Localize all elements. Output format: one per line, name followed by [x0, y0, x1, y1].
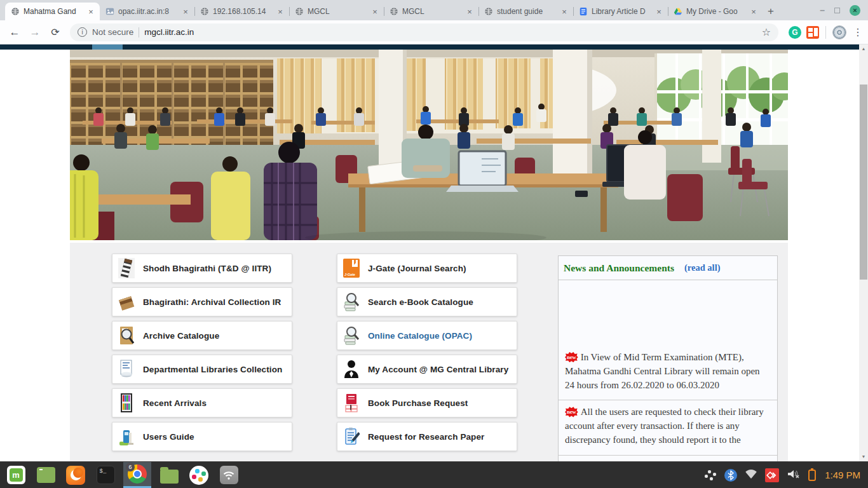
taskbar-clock[interactable]: 1:49 PM: [825, 470, 860, 480]
link-archive-catalogue[interactable]: Archive Catalogue: [112, 321, 292, 350]
security-label: Not secure: [92, 27, 133, 37]
news-panel: News and Announcements (read all) newIn …: [558, 255, 778, 461]
link-departmental-libraries[interactable]: Departmental Libraries Collection: [112, 355, 292, 384]
address-bar[interactable]: i Not secure mgcl.iitr.ac.in ☆: [70, 24, 778, 41]
link-search-ebook-catalogue[interactable]: Search e-Book Catalogue: [337, 287, 517, 316]
nav-active-highlight: [92, 44, 123, 50]
news-text: In View of Mid Term Examination (MTE), M…: [565, 352, 760, 390]
tab-strip: Mahatma Gand × opac.iitr.ac.in:8 × 192.1…: [0, 0, 868, 20]
terminal-icon: $_: [97, 466, 115, 484]
reload-button[interactable]: ⟳: [46, 26, 65, 38]
tab-close-icon[interactable]: ×: [276, 7, 285, 17]
mint-menu-button[interactable]: m: [4, 462, 28, 488]
chrome-launcher-active[interactable]: 6: [123, 462, 151, 488]
bluetooth-icon[interactable]: [724, 469, 737, 482]
folder-icon: [160, 470, 179, 484]
link-users-guide[interactable]: Users Guide: [112, 422, 292, 451]
link-label: Online Catalogue (OPAC): [368, 331, 472, 341]
google-drive-icon: [674, 7, 682, 16]
book-search-icon: [343, 325, 360, 346]
link-recent-arrivals[interactable]: Recent Arrivals: [112, 388, 292, 417]
user-icon: [343, 359, 360, 379]
link-my-account[interactable]: My Account @ MG Central Library: [337, 355, 517, 384]
maximize-button[interactable]: [834, 8, 840, 13]
tab-opac[interactable]: opac.iitr.ac.in:8 ×: [100, 3, 194, 20]
archive-box-icon: [118, 292, 135, 312]
bookshelf-icon: [118, 393, 135, 413]
tab-student-guide[interactable]: student guide ×: [478, 3, 573, 20]
terminal-launcher[interactable]: $_: [93, 462, 118, 488]
tab-ip-address[interactable]: 192.168.105.14 ×: [194, 3, 289, 20]
link-label: Book Purchase Request: [368, 398, 468, 408]
globe-icon: [484, 7, 493, 16]
url-text: mgcl.iitr.ac.in: [144, 27, 194, 37]
globe-icon: [11, 7, 20, 16]
scroll-down-arrow[interactable]: ▼: [859, 452, 868, 461]
extension-icon[interactable]: [806, 26, 819, 39]
tab-title: MGCL: [402, 7, 461, 16]
network-settings-launcher[interactable]: [217, 462, 241, 488]
battery-icon[interactable]: [808, 470, 816, 481]
tab-title: My Drive - Goo: [686, 7, 745, 16]
news-title: News and Announcements: [564, 262, 674, 274]
site-nav-bottom-edge: [0, 44, 859, 50]
minimize-button[interactable]: –: [820, 7, 825, 13]
tab-title: Library Article D: [592, 7, 651, 16]
files-launcher[interactable]: [157, 462, 181, 488]
slack-launcher[interactable]: [187, 462, 211, 488]
tab-close-icon[interactable]: ×: [370, 7, 379, 17]
image-icon: [105, 7, 114, 16]
omnibox-divider: [139, 27, 139, 37]
tab-library-article[interactable]: Library Article D ×: [573, 3, 668, 20]
link-bhagirathi-archival[interactable]: Bhagirathi: Archival Collection IR: [112, 287, 292, 316]
wifi-tray-icon[interactable]: [745, 469, 757, 482]
tab-close-icon[interactable]: ×: [86, 7, 95, 17]
tab-close-icon[interactable]: ×: [181, 7, 190, 17]
link-online-catalogue-opac[interactable]: Online Catalogue (OPAC): [337, 321, 517, 350]
show-desktop-button[interactable]: [34, 462, 58, 488]
quicklinks-left-column: Shodh Bhagirathi (T&D @ IITR) Bhagirathi…: [112, 254, 292, 456]
thesis-stack-icon: [118, 258, 135, 278]
clipboard-pen-icon: [343, 426, 360, 447]
tab-mahatma-gandhi-library[interactable]: Mahatma Gand ×: [5, 3, 100, 20]
new-tab-button[interactable]: +: [763, 3, 779, 20]
wifi-app-icon: [220, 466, 238, 484]
scrollbar-thumb[interactable]: [860, 85, 867, 280]
browser-menu-icon[interactable]: ⋮: [853, 26, 863, 38]
bookmark-star-icon[interactable]: ☆: [762, 26, 771, 38]
scroll-up-arrow[interactable]: ▲: [859, 44, 868, 53]
news-item: newAll the users are requested to check …: [559, 400, 777, 455]
window-controls: – ×: [812, 0, 868, 20]
tab-my-drive[interactable]: My Drive - Goo ×: [668, 3, 763, 20]
link-book-purchase-request[interactable]: Book Purchase Request: [337, 388, 517, 417]
link-shodh-bhagirathi[interactable]: Shodh Bhagirathi (T&D @ IITR): [112, 254, 292, 283]
news-text: All the users are requested to check the…: [565, 407, 764, 445]
forward-button[interactable]: →: [25, 26, 44, 39]
grammarly-extension-icon[interactable]: G: [789, 26, 801, 39]
site-info-icon[interactable]: i: [78, 27, 87, 37]
book-search-icon: [343, 292, 360, 312]
link-jgate[interactable]: J-Gate J-Gate (Journal Search): [337, 254, 517, 283]
slack-tray-icon[interactable]: [704, 469, 717, 482]
link-request-research-paper[interactable]: Request for Research Paper: [337, 422, 517, 451]
news-header: News and Announcements (read all): [559, 256, 777, 280]
tab-close-icon[interactable]: ×: [654, 7, 663, 17]
read-all-link[interactable]: (read all): [684, 262, 721, 273]
quicklinks-middle-column: J-Gate J-Gate (Journal Search) Search e-…: [337, 254, 517, 456]
new-badge: new: [565, 352, 578, 362]
tab-close-icon[interactable]: ×: [749, 7, 758, 17]
tab-close-icon[interactable]: ×: [465, 7, 474, 17]
close-window-button[interactable]: ×: [850, 5, 860, 16]
back-button[interactable]: ←: [5, 26, 24, 39]
jgate-icon-text: J-Gate: [344, 273, 355, 276]
slack-icon: [189, 466, 208, 485]
tab-mgcl-1[interactable]: MGCL ×: [289, 3, 384, 20]
vertical-scrollbar[interactable]: ▲ ▼: [859, 44, 868, 461]
anydesk-tray-icon[interactable]: [765, 468, 779, 482]
firefox-launcher[interactable]: [64, 462, 88, 488]
tab-mgcl-2[interactable]: MGCL ×: [384, 3, 478, 20]
volume-muted-icon[interactable]: [787, 468, 801, 482]
globe-icon: [200, 7, 209, 16]
tab-close-icon[interactable]: ×: [560, 7, 569, 17]
profile-avatar[interactable]: [832, 25, 846, 39]
